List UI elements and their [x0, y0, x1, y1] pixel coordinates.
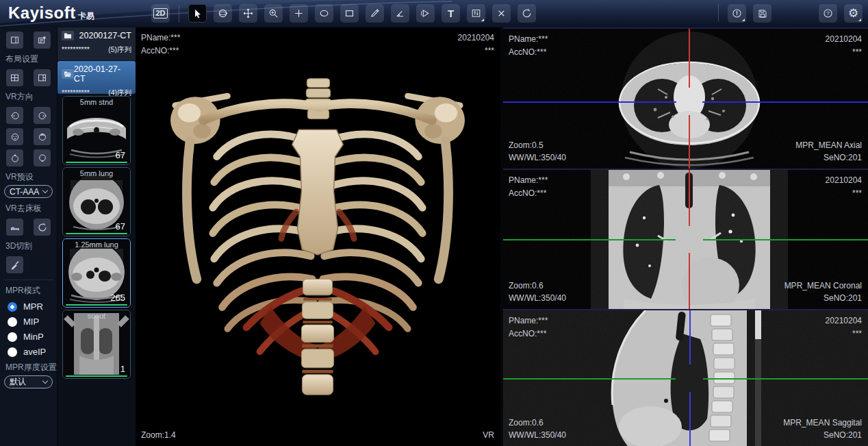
series-thumbnail-1-25mm-lung-selected[interactable]: 1.25mm lung 265: [62, 238, 131, 308]
vr-mode-overlay: VR: [483, 429, 494, 442]
bed-icon: [10, 222, 21, 233]
rotate-3d-tool-button[interactable]: [214, 4, 232, 23]
coronal-accno: AccNO:***: [509, 187, 548, 200]
ellipse-icon: [318, 8, 330, 19]
sagittal-zoom: Zoom:0.6: [509, 417, 566, 430]
mpr-thickness-dropdown[interactable]: 默认: [4, 375, 53, 388]
remove-bed-button[interactable]: [6, 219, 23, 236]
text-tool-icon: T: [448, 8, 454, 19]
cobb-angle-tool-button[interactable]: [416, 4, 435, 23]
thumbnail-image-count: 67: [116, 221, 125, 232]
vr-study-date: 20210204: [458, 32, 494, 45]
toolbar-right: [716, 4, 771, 23]
mpr-axial-viewport[interactable]: PName:*** AccNO:*** 20210204 *** Zoom:0.…: [503, 27, 868, 169]
sagittal-crosshair-vertical-top[interactable]: [689, 310, 691, 364]
thumbnail-progress-bar: [66, 233, 127, 234]
ellipse-tool-button[interactable]: [315, 4, 333, 23]
mpr-column: PName:*** AccNO:*** 20210204 *** Zoom:0.…: [503, 27, 868, 446]
study-item[interactable]: 20200127-CT ********** (5)序列: [58, 27, 136, 60]
report-button[interactable]: [728, 4, 746, 23]
vr-viewport[interactable]: PName:*** AccNO:*** 20210204 *** Zoom:1.…: [136, 27, 500, 446]
vr-direction-top-button[interactable]: [6, 149, 23, 166]
thumbnail-label: 5mm lung: [63, 169, 130, 177]
delete-tool-button[interactable]: [492, 4, 511, 23]
series-thumbnail-scout[interactable]: scout 1: [62, 310, 131, 379]
gear-icon: ⚙: [848, 8, 858, 19]
pan-tool-button[interactable]: [239, 4, 257, 23]
vr-stars: ***: [458, 45, 494, 58]
sagittal-crosshair-horizontal-right[interactable]: [703, 378, 868, 380]
mode-2d-icon: 2D: [153, 8, 167, 18]
window-level-icon: [470, 8, 482, 19]
axial-crosshair-horizontal-right[interactable]: [702, 101, 868, 103]
layout-2-button[interactable]: [34, 32, 51, 49]
mode-2d-button[interactable]: 2D: [151, 4, 170, 23]
coronal-patient-overlay: PName:*** AccNO:***: [509, 174, 548, 199]
mpr-mode-option-minp[interactable]: MinP: [0, 332, 57, 342]
vr-direction-front-button[interactable]: [6, 128, 23, 145]
cobb-angle-icon: [420, 8, 431, 19]
mpr-coronal-viewport[interactable]: PName:*** AccNO:*** 20210204 *** Zoom:0.…: [503, 169, 868, 309]
coronal-crosshair-vertical-bottom[interactable]: [689, 253, 690, 309]
settings-button[interactable]: ⚙: [844, 4, 863, 23]
axial-crosshair-vertical-bottom[interactable]: [689, 115, 690, 169]
layout-grid-2x2-button[interactable]: [6, 69, 23, 86]
axial-crosshair-vertical-top[interactable]: [689, 29, 690, 88]
layout-split-button[interactable]: [34, 69, 51, 86]
sagittal-crosshair-vertical-bottom[interactable]: [689, 392, 691, 446]
thumbnail-progress-bar: [66, 162, 127, 163]
rectangle-tool-button[interactable]: [340, 4, 359, 23]
toolbar-far-right: ? ⚙: [819, 4, 863, 23]
help-button[interactable]: ?: [819, 4, 837, 23]
cut3d-knife-button[interactable]: [6, 256, 23, 273]
sagittal-label: MPR_MEAN Saggital: [783, 417, 862, 430]
measure-length-tool-button[interactable]: [366, 4, 384, 23]
coronal-crosshair-horizontal-right[interactable]: [703, 239, 868, 240]
mpr-sagittal-viewport[interactable]: PName:*** AccNO:*** 20210204 *** Zoom:0.…: [503, 309, 868, 446]
window-level-tool-button[interactable]: [467, 4, 485, 23]
angle-tool-button[interactable]: [391, 4, 409, 23]
crosshair-tool-button[interactable]: [290, 4, 308, 23]
layout-list-icon: [37, 35, 47, 45]
angle-icon: [394, 8, 406, 19]
mpr-mode-option-aveip[interactable]: aveIP: [0, 347, 57, 357]
coronal-crosshair-horizontal-left[interactable]: [503, 239, 676, 240]
vr-direction-right-button[interactable]: [34, 107, 51, 124]
axial-crosshair-horizontal-left[interactable]: [503, 101, 676, 103]
sagittal-series-overlay: MPR_MEAN Saggital SeNO:201: [783, 417, 862, 442]
save-button[interactable]: [753, 4, 771, 23]
reset-icon: [37, 222, 48, 233]
app-logo: Kayisoft 卡易: [8, 3, 94, 23]
coronal-pname: PName:***: [509, 174, 548, 187]
coronal-seno: SeNO:201: [784, 292, 862, 305]
vr-direction-back-button[interactable]: [34, 128, 51, 145]
series-thumbnail-5mm-stnd[interactable]: 5mm stnd 67: [62, 96, 131, 165]
coronal-crosshair-vertical-top[interactable]: [689, 170, 690, 226]
vr-accno: AccNO:***: [141, 45, 180, 58]
chevron-down-icon: [42, 188, 48, 193]
vr-zoom-overlay: Zoom:1.4: [141, 429, 176, 442]
sagittal-crosshair-horizontal-left[interactable]: [503, 378, 676, 380]
vr-direction-bottom-button[interactable]: [34, 149, 51, 166]
axial-stars: ***: [826, 46, 862, 59]
sagittal-accno: AccNO:***: [509, 327, 548, 340]
zoom-tool-button[interactable]: [264, 4, 283, 23]
save-floppy-icon: [757, 8, 768, 19]
series-thumbnail-5mm-lung[interactable]: 5mm lung 67: [62, 167, 131, 236]
vr-preset-dropdown[interactable]: CT-AAA: [4, 185, 53, 198]
vr-direction-left-button[interactable]: [6, 107, 23, 124]
reset-tool-button[interactable]: [518, 4, 536, 23]
study-item-selected[interactable]: 2020-01-27-CT ********** (4)序列: [58, 61, 136, 94]
folder-icon: [62, 31, 74, 40]
mpr-mode-option-mip[interactable]: MIP: [0, 317, 57, 327]
vr-3d-ribcage-rendering: [170, 77, 465, 428]
pencil-measure-icon: [369, 8, 381, 19]
chevron-down-icon: [42, 378, 48, 384]
ct-viewer-app: Kayisoft 卡易 2D: [0, 0, 868, 446]
text-tool-button[interactable]: T: [442, 4, 460, 23]
cursor-tool-button[interactable]: [188, 4, 207, 23]
mpr-mode-option-mpr[interactable]: MPR: [0, 301, 57, 312]
layout-1-button[interactable]: [6, 32, 23, 49]
series-panel: 20200127-CT ********** (5)序列 2020-01-27-…: [58, 27, 136, 446]
bed-restore-button[interactable]: [34, 219, 51, 236]
